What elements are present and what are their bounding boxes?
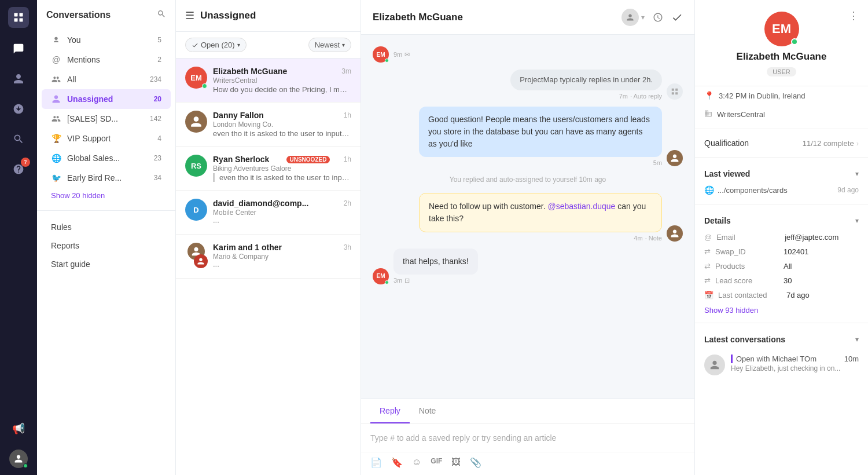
conv-body-elizabeth: Elizabeth McGuane 3m WritersCentral How …: [213, 67, 351, 94]
chat-main: Elizabeth McGuane ▾ EM 9m ✉: [361, 0, 694, 475]
email-icon: @: [704, 233, 712, 242]
conversation-list: ☰ Unassigned Open (20) ▾ Newest ▾ EM Eli…: [176, 0, 361, 475]
products-value: All: [784, 262, 792, 271]
sidebar-item-global-sales[interactable]: 🌐 Global Sales... 23: [42, 148, 171, 168]
conv-item-ryan[interactable]: RS Ryan Sherlock UNSNOOZED 1h Biking Adv…: [176, 147, 361, 191]
sidebar-item-unassigned[interactable]: Unassigned 20: [42, 89, 171, 109]
sidebar-item-vip-support[interactable]: 🏆 VIP Support 4: [42, 129, 171, 148]
nav-conversations-icon[interactable]: [9, 39, 28, 58]
svg-point-4: [54, 37, 57, 40]
nav-help-icon[interactable]: 7: [9, 160, 28, 178]
lead-score-value: 30: [784, 276, 792, 285]
conv-item-danny[interactable]: Danny Fallon 1h London Moving Co. even t…: [176, 103, 361, 147]
sidebar-item-you-count: 5: [157, 36, 161, 44]
sidebar-item-early-bird[interactable]: 🐦 Early Bird Re... 34: [42, 168, 171, 188]
company-icon: [704, 109, 712, 119]
tool-gif-icon[interactable]: GIF: [431, 457, 442, 468]
msg-avatar-em-2: EM: [373, 268, 389, 284]
msg-sub-autoreply: · Auto reply: [630, 93, 662, 100]
nav-rules[interactable]: Rules: [37, 218, 175, 236]
sidebar-item-global-sales-label: Global Sales...: [67, 154, 120, 163]
tool-attachment-icon[interactable]: 📎: [470, 457, 481, 468]
sidebar-item-mentions[interactable]: @ Mentions 2: [42, 50, 171, 70]
tool-document-icon[interactable]: 📄: [370, 457, 382, 468]
sort-filter-button[interactable]: Newest ▾: [308, 38, 351, 52]
user-avatar[interactable]: [9, 450, 28, 468]
sidebar-item-all[interactable]: All 234: [42, 70, 171, 89]
chat-input-box[interactable]: Type # to add a saved reply or try sendi…: [361, 424, 694, 452]
nav-panel-title: Conversations: [46, 10, 111, 20]
conv-preview-elizabeth: How do you decide on the Pricing, I mean…: [213, 85, 351, 94]
msg-avatar-em-1: EM: [373, 46, 389, 63]
msg-outbound-group-1: Good question! People means the users/cu…: [419, 107, 662, 166]
conv-item-david[interactable]: D david_diamond@comp... 2h Mobile Center…: [176, 191, 361, 235]
you-icon: [51, 35, 61, 45]
msg-time-outbound-1: 5m: [653, 159, 662, 166]
msg-meta-outbound-1: 5m: [419, 159, 662, 166]
details-toggle[interactable]: ▾: [855, 217, 859, 225]
latest-conv-toggle[interactable]: ▾: [855, 335, 859, 344]
nav-contacts-icon[interactable]: [9, 70, 28, 88]
swap-icon: ⇄: [704, 247, 711, 256]
nav-search-btn[interactable]: [157, 9, 166, 21]
contact-name-right: Elizabeth McGuane: [737, 51, 827, 63]
last-contacted-icon: 📅: [704, 291, 713, 299]
tool-emoji-icon[interactable]: ☺: [412, 457, 421, 468]
nav-campaigns-icon[interactable]: [9, 100, 28, 118]
latest-conv-preview-michael: Hey Elizabeth, just checking in on...: [731, 364, 859, 372]
msg-row-note: Need to follow up with customer. @sebast…: [373, 193, 683, 242]
qualification-row[interactable]: Qualification 11/12 complete ›: [695, 134, 868, 152]
latest-conv-title-michael: Open with Michael TOm 10m: [731, 355, 859, 363]
sidebar-item-global-sales-count: 23: [154, 154, 161, 162]
chat-actions: ▾: [621, 9, 683, 26]
lead-score-label: Lead score: [715, 276, 779, 285]
last-contacted-value: 7d ago: [786, 291, 810, 299]
resolve-button[interactable]: [671, 12, 683, 23]
msg-meta-note: 4m · Note: [419, 235, 662, 242]
msg-bubble-outbound-1: Good question! People means the users/cu…: [419, 107, 662, 157]
lead-score-icon: ⇄: [704, 276, 711, 285]
tool-bookmark-icon[interactable]: 🔖: [391, 457, 403, 468]
sidebar-item-all-count: 234: [150, 75, 161, 83]
msg-meta-autoreply: 7m · Auto reply: [510, 93, 662, 100]
last-viewed-url: .../components/cards: [718, 186, 834, 195]
nav-reports[interactable]: Reports: [37, 236, 175, 255]
sidebar-item-sales-sd[interactable]: [SALES] SD... 142: [42, 109, 171, 129]
latest-conv-header: Latest conversations ▾: [695, 328, 868, 349]
nav-start-guide[interactable]: Start guide: [37, 255, 175, 273]
chat-input-area: Reply Note Type # to add a saved reply o…: [361, 399, 694, 475]
msg-bubble-inbound-last: that helps, thanks!: [393, 249, 478, 275]
conv-time-ryan: 1h: [344, 155, 351, 163]
assign-agent-button[interactable]: ▾: [621, 9, 645, 26]
conv-item-elizabeth[interactable]: EM Elizabeth McGuane 3m WritersCentral H…: [176, 59, 361, 103]
clock-button[interactable]: [653, 12, 663, 23]
nav-announcements-icon[interactable]: 📢: [9, 419, 28, 438]
sidebar-item-mentions-label: Mentions: [67, 55, 100, 64]
conv-item-karim[interactable]: Karim and 1 other 3h Mario & Company ···: [176, 235, 361, 279]
right-panel-menu-icon[interactable]: ⋮: [848, 9, 859, 22]
conv-company-ryan: Biking Adventures Galore: [213, 165, 351, 173]
conv-avatar-karim-other: [194, 254, 208, 268]
show-hidden-button[interactable]: Show 20 hidden: [42, 188, 171, 203]
tool-image-icon[interactable]: 🖼: [451, 457, 461, 468]
contact-avatar-large: EM: [764, 12, 799, 46]
nav-search-icon[interactable]: [9, 130, 28, 148]
detail-products: ⇄ Products All: [695, 259, 868, 273]
detail-email: @ Email jeff@japtec.com: [695, 230, 868, 244]
details-header: Details ▾: [695, 209, 868, 230]
hamburger-icon[interactable]: ☰: [185, 9, 194, 22]
sidebar-item-unassigned-count: 20: [154, 95, 161, 103]
email-value: jeff@japtec.com: [785, 233, 838, 242]
conv-list-title: Unassigned: [200, 10, 351, 21]
show-details-hidden-button[interactable]: Show 93 hidden: [695, 302, 868, 318]
sidebar-item-you[interactable]: You 5: [42, 30, 171, 50]
latest-conv-item-michael[interactable]: Open with Michael TOm 10m Hey Elizabeth,…: [695, 349, 868, 381]
tab-note[interactable]: Note: [410, 399, 446, 423]
chat-input-placeholder: Type # to add a saved reply or try sendi…: [370, 431, 685, 445]
tab-reply[interactable]: Reply: [370, 399, 410, 423]
open-filter-button[interactable]: Open (20) ▾: [185, 38, 247, 52]
detail-lead-score: ⇄ Lead score 30: [695, 273, 868, 288]
last-viewed-toggle[interactable]: ▾: [855, 170, 859, 178]
msg-avatar-agent-1: [667, 150, 683, 166]
details-title: Details: [704, 216, 731, 225]
